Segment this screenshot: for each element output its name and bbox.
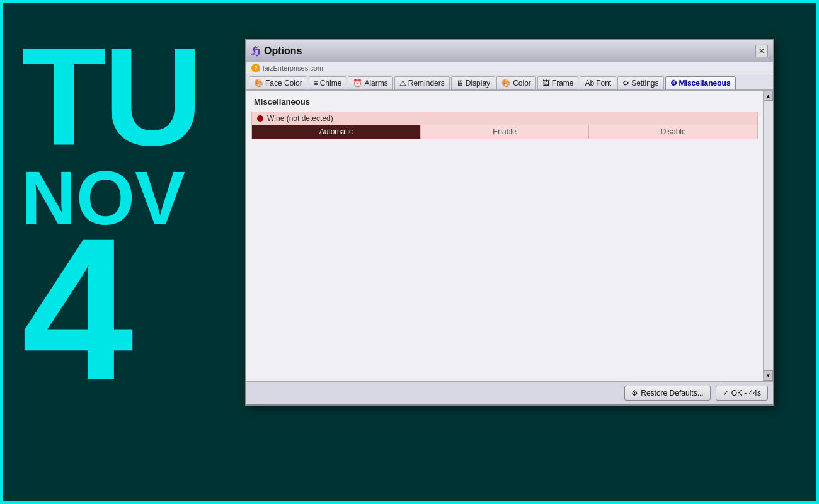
wine-label-row: Wine (not detected)	[252, 112, 757, 125]
content-area: Miscellaneous Wine (not detected) Automa…	[246, 91, 773, 381]
bg-text-4: 4	[21, 223, 134, 394]
close-button[interactable]: ✕	[755, 45, 768, 57]
title-bar-left: ℌ Options	[251, 44, 302, 58]
frame-icon: 🖼	[542, 79, 550, 88]
face-color-icon: 🎨	[254, 79, 263, 88]
chime-icon: ≡	[314, 79, 318, 88]
tab-color[interactable]: 🎨 Color	[496, 76, 536, 89]
scroll-up-button[interactable]: ▲	[764, 91, 773, 101]
subtitle-bar: ? laizEnterprises.com	[246, 62, 773, 74]
miscellaneous-icon: ⚙	[670, 79, 677, 88]
tab-reminders[interactable]: ⚠ Reminders	[394, 76, 450, 89]
restore-defaults-button[interactable]: ⚙ Restore Defaults...	[624, 386, 710, 401]
options-dialog: ℌ Options ✕ ? laizEnterprises.com 🎨 Face…	[245, 39, 774, 406]
section-header: Miscellaneous	[251, 96, 758, 108]
tab-frame[interactable]: 🖼 Frame	[537, 76, 579, 89]
ok-label: OK - 44s	[731, 389, 761, 398]
scrollbar[interactable]: ▲ ▼	[763, 91, 773, 381]
subtitle-text: laizEnterprises.com	[263, 64, 323, 72]
reminders-icon: ⚠	[399, 79, 406, 88]
font-icon: Ab	[585, 79, 594, 88]
tab-frame-label: Frame	[552, 79, 574, 88]
restore-label: Restore Defaults...	[641, 389, 703, 398]
tab-face-color[interactable]: 🎨 Face Color	[249, 76, 307, 89]
scroll-track	[764, 101, 773, 370]
dialog-title: Options	[264, 45, 302, 57]
tab-reminders-label: Reminders	[408, 79, 445, 88]
help-icon: ?	[251, 64, 260, 72]
ok-icon: ✓	[723, 389, 729, 398]
wine-label-text: Wine (not detected)	[267, 114, 333, 123]
tab-face-color-label: Face Color	[265, 79, 302, 88]
wine-enable-button[interactable]: Enable	[421, 125, 590, 139]
tabs-bar: 🎨 Face Color ≡ Chime ⏰ Alarms ⚠ Reminder…	[246, 74, 773, 91]
wine-row: Wine (not detected) Automatic Enable Dis…	[251, 112, 758, 139]
wine-dot-icon	[257, 115, 263, 122]
app-icon: ℌ	[251, 44, 260, 58]
wine-buttons-row: Automatic Enable Disable	[252, 125, 757, 139]
scroll-down-button[interactable]: ▼	[764, 370, 773, 381]
tab-settings[interactable]: ⚙ Settings	[617, 76, 663, 89]
bg-text-tu: TU	[21, 28, 200, 166]
color-icon: 🎨	[501, 79, 511, 88]
wine-automatic-button[interactable]: Automatic	[252, 125, 421, 139]
title-bar: ℌ Options ✕	[246, 40, 773, 62]
tab-display-label: Display	[466, 79, 490, 88]
bg-text-nov: NOV	[21, 160, 185, 236]
tab-chime[interactable]: ≡ Chime	[309, 76, 347, 89]
background-text: TU NOV 4	[3, 3, 248, 501]
tab-alarms[interactable]: ⏰ Alarms	[348, 76, 392, 89]
tab-miscellaneous[interactable]: ⚙ Miscellaneous	[665, 76, 736, 89]
tab-chime-label: Chime	[320, 79, 342, 88]
tab-settings-label: Settings	[631, 79, 658, 88]
footer-bar: ⚙ Restore Defaults... ✓ OK - 44s	[246, 381, 773, 404]
alarms-icon: ⏰	[353, 79, 362, 88]
tab-color-label: Color	[513, 79, 531, 88]
settings-icon: ⚙	[622, 79, 629, 88]
restore-icon: ⚙	[631, 389, 638, 398]
wine-disable-button[interactable]: Disable	[589, 125, 757, 139]
tab-alarms-label: Alarms	[364, 79, 387, 88]
tab-display[interactable]: 🖥 Display	[451, 76, 495, 89]
tab-miscellaneous-label: Miscellaneous	[679, 79, 731, 88]
tab-font-label: Font	[596, 79, 611, 88]
display-icon: 🖥	[456, 79, 464, 88]
tab-font[interactable]: Ab Font	[580, 76, 616, 89]
ok-button[interactable]: ✓ OK - 44s	[716, 386, 768, 401]
content-inner: Miscellaneous Wine (not detected) Automa…	[246, 91, 763, 381]
